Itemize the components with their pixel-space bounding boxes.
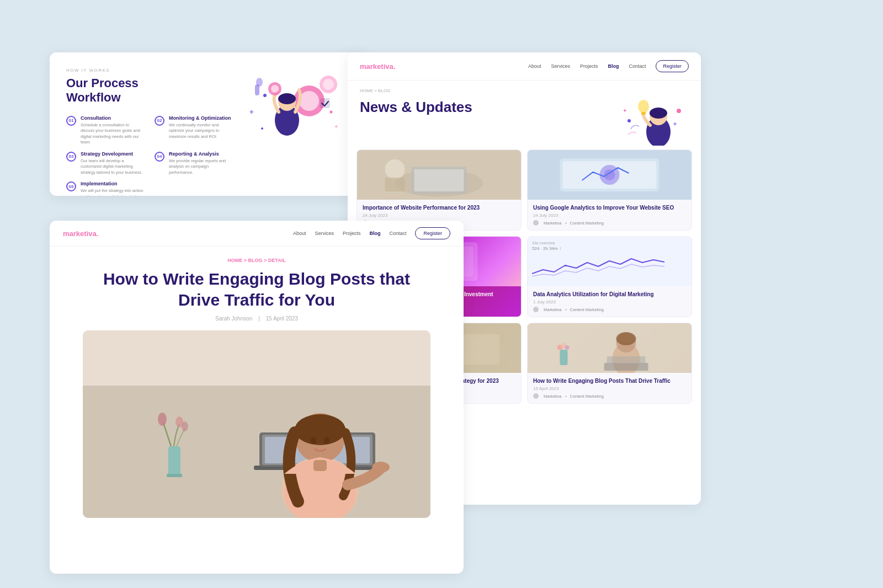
svg-point-8: [271, 85, 279, 93]
svg-rect-62: [167, 474, 182, 477]
step-desc-5: We will put the strategy into action and…: [81, 188, 143, 196]
svg-rect-61: [168, 446, 180, 477]
news-article-2[interactable]: Using Google Analytics to Improve Your W…: [527, 149, 692, 231]
news-nav-contact[interactable]: Contact: [629, 63, 646, 69]
analytics-site-label: Site overview: [532, 241, 687, 245]
blog-post-content: HOME > BLOG > DETAIL How to Write Engagi…: [50, 247, 464, 529]
blog-breadcrumb: HOME > BLOG > DETAIL: [83, 258, 430, 263]
article-2-image: [528, 150, 691, 200]
blog-nav-blog[interactable]: Blog: [369, 231, 380, 236]
process-illustration: ✦ ✦: [237, 68, 348, 167]
blog-detail-card: marketiva. About Services Projects Blog …: [50, 221, 464, 574]
article-4-date: 1 July 2023: [533, 300, 686, 304]
news-article-4[interactable]: Site overview 524 · 2h 34m ↑ Data Analyt…: [527, 236, 692, 317]
step-title-5: Implementation: [81, 181, 143, 186]
news-nav-projects[interactable]: Projects: [580, 63, 598, 69]
news-article-1[interactable]: Importance of Website Performance for 20…: [357, 149, 522, 231]
step-num-5: 05: [66, 181, 76, 191]
news-nav-blog[interactable]: Blog: [608, 63, 619, 69]
process-step-1: 01 Consultation Schedule a consultation …: [66, 115, 143, 146]
how-it-works-label: HOW IT WORKS: [66, 68, 232, 73]
blog-nav-about[interactable]: About: [293, 231, 306, 236]
svg-point-73: [295, 414, 345, 445]
news-illustration: ✦ ✦: [617, 99, 689, 143]
blog-post-title: How to Write Engaging Blog Posts that Dr…: [83, 269, 430, 310]
svg-rect-21: [641, 112, 646, 115]
step-title-2: Monitoring & Optimization: [169, 115, 232, 121]
step-desc-3: Our team will develop a customized digit…: [81, 158, 143, 176]
svg-point-1: [299, 91, 319, 111]
analytics-stats: 524 · 2h 34m ↑: [532, 246, 687, 251]
article-1-title: Importance of Website Performance for 20…: [363, 204, 515, 211]
step-title-3: Strategy Development: [81, 151, 143, 157]
news-nav-about[interactable]: About: [528, 63, 541, 69]
svg-point-63: [158, 413, 167, 426]
svg-point-75: [324, 437, 329, 444]
article-1-image: [357, 150, 521, 200]
news-article-6[interactable]: How to Write Engaging Blog Posts That Dr…: [527, 323, 692, 404]
step-num-3: 03: [66, 152, 76, 162]
svg-rect-29: [414, 169, 464, 191]
svg-point-3: [323, 79, 334, 90]
news-header-row: News & Updates ✦ ✦: [348, 93, 701, 149]
step-desc-1: Schedule a consultation to discuss your …: [81, 122, 143, 146]
blog-nav-contact[interactable]: Contact: [389, 231, 406, 236]
svg-point-76: [372, 462, 390, 473]
article-1-date: 24 July 2023: [363, 213, 515, 218]
article-6-meta: Marketiva Content Marketing: [533, 393, 686, 399]
blog-navbar: marketiva. About Services Projects Blog …: [50, 221, 464, 247]
step-title-1: Consultation: [81, 115, 143, 121]
article-4-title: Data Analytics Utilization for Digital M…: [533, 291, 686, 298]
svg-point-52: [565, 345, 570, 350]
svg-point-14: [256, 78, 263, 87]
article-2-meta: Marketiva Content Marketing: [533, 220, 686, 226]
news-nav-services[interactable]: Services: [551, 63, 570, 69]
svg-point-12: [261, 127, 263, 130]
svg-point-65: [182, 421, 188, 431]
svg-rect-77: [313, 460, 327, 471]
svg-point-55: [616, 332, 636, 345]
svg-point-23: [627, 119, 631, 122]
svg-point-74: [311, 437, 316, 444]
svg-rect-60: [83, 386, 430, 518]
svg-rect-56: [604, 363, 648, 371]
process-title: Our Process Workflow: [66, 76, 232, 105]
process-step-5: 05 Implementation We will put the strate…: [66, 181, 143, 196]
svg-text:✦: ✦: [623, 108, 627, 114]
process-step-2: 02 Monitoring & Optimization We continua…: [155, 115, 232, 146]
process-workflow-card: HOW IT WORKS Our Process Workflow 01 Con…: [50, 52, 364, 196]
svg-rect-57: [607, 356, 646, 364]
process-step-4: 04 Reporting & Analysis We provide regul…: [155, 151, 232, 176]
article-6-title: How to Write Engaging Blog Posts That Dr…: [533, 377, 686, 384]
svg-rect-49: [560, 350, 568, 365]
blog-nav-services[interactable]: Services: [315, 231, 334, 236]
news-register-button[interactable]: Register: [656, 60, 689, 72]
step-num-1: 01: [66, 116, 76, 126]
news-breadcrumb: HOME > BLOG: [348, 81, 701, 93]
article-2-title: Using Google Analytics to Improve Your W…: [533, 204, 686, 211]
svg-point-10: [263, 94, 267, 97]
svg-text:✦: ✦: [672, 120, 678, 128]
step-num-4: 04: [155, 152, 164, 162]
news-navbar: marketiva. About Services Projects Blog …: [348, 52, 701, 81]
step-title-4: Reporting & Analysis: [169, 151, 232, 157]
article-4-image: Site overview 524 · 2h 34m ↑: [528, 237, 691, 286]
svg-rect-31: [385, 178, 405, 191]
svg-point-22: [677, 109, 681, 113]
svg-point-19: [650, 108, 667, 119]
article-2-date: 24 July 2023: [533, 213, 686, 218]
step-num-2: 02: [155, 116, 164, 126]
process-step-3: 03 Strategy Development Our team will de…: [66, 151, 143, 176]
article-6-date: 15 April 2023: [533, 386, 686, 391]
svg-text:✦: ✦: [334, 124, 338, 130]
article-4-meta: Marketiva Content Marketing: [533, 307, 686, 312]
news-logo: marketiva.: [360, 62, 395, 71]
blog-register-button[interactable]: Register: [415, 227, 450, 239]
svg-point-20: [638, 100, 649, 113]
blog-nav-projects[interactable]: Projects: [343, 231, 361, 236]
news-page-title: News & Updates: [360, 99, 617, 116]
process-steps-grid: 01 Consultation Schedule a consultation …: [66, 115, 232, 196]
step-desc-4: We provide regular reports and analysis …: [169, 158, 232, 176]
blog-hero-image: [83, 330, 430, 518]
blog-post-meta: Sarah Johnson | 15 April 2023: [83, 316, 430, 322]
